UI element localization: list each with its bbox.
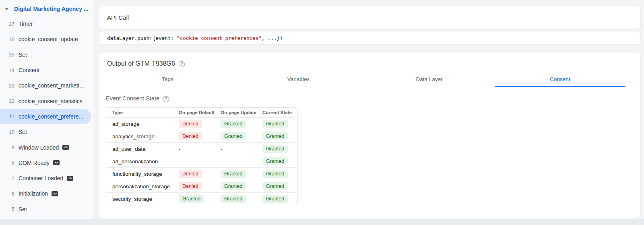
sidebar-event-item[interactable]: 6Initialization<> — [0, 186, 93, 201]
output-tabs: TagsVariablesData LayerConsent — [102, 73, 625, 87]
sidebar-event-item[interactable]: 17Timer — [0, 16, 93, 31]
column-header: Type — [106, 108, 175, 118]
status-badge: Granted — [262, 120, 288, 128]
consent-status-cell: Granted — [259, 193, 297, 205]
column-header: On-page Update — [217, 108, 259, 118]
event-number: 7 — [0, 175, 14, 181]
tab-variables[interactable]: Variables — [233, 73, 364, 87]
sidebar-event-item[interactable]: 8DOM Ready<> — [0, 155, 93, 171]
sidebar-event-item[interactable]: 16cookie_consent_update — [0, 31, 93, 47]
code-tag-icon: <> — [52, 191, 58, 196]
event-label: Container Loaded — [19, 175, 63, 181]
consent-type-cell: analytics_storage — [106, 130, 175, 143]
consent-status-cell: Denied — [175, 118, 217, 130]
container-selector[interactable]: Digital Marketing Agency ... — [0, 0, 93, 12]
code-string-literal: "cookie_consent_preferences" — [177, 35, 262, 41]
event-label: Set — [19, 129, 27, 135]
output-title: Output of GTM-T938G6 — [107, 60, 175, 67]
event-label: Consent — [19, 67, 39, 73]
event-number: 12 — [0, 98, 14, 104]
event-label: DOM Ready — [19, 160, 50, 166]
sidebar-event-item[interactable]: 9Window Loaded<> — [0, 140, 93, 155]
status-badge: Denied — [179, 132, 202, 140]
tab-consent[interactable]: Consent — [495, 73, 625, 87]
event-label: cookie_consent_update — [19, 36, 78, 42]
consent-table-body: ad_storageDeniedGrantedGrantedanalytics_… — [106, 118, 297, 205]
event-number: 14 — [0, 67, 14, 73]
tab-tags[interactable]: Tags — [102, 73, 233, 87]
event-number: 6 — [0, 191, 14, 197]
event-number: 17 — [0, 21, 14, 27]
consent-status-cell: Denied — [175, 130, 217, 143]
event-number: 10 — [0, 129, 14, 135]
output-card: Output of GTM-T938G6 ? TagsVariablesData… — [99, 52, 641, 218]
sidebar-event-item[interactable]: 7Container Loaded<> — [0, 171, 93, 186]
consent-status-cell: Granted — [259, 180, 297, 193]
event-number: 13 — [0, 83, 14, 89]
event-label: Set — [19, 206, 27, 212]
status-badge: Granted — [221, 170, 246, 178]
consent-state-table: TypeOn-page DefaultOn-page UpdateCurrent… — [106, 107, 298, 205]
event-number: 9 — [0, 144, 14, 150]
column-header: On-page Default — [175, 108, 217, 118]
status-badge: Granted — [262, 157, 288, 165]
event-number: 16 — [0, 36, 14, 42]
bottom-edge-strip — [0, 219, 644, 225]
status-badge: Denied — [179, 170, 202, 178]
table-row: analytics_storageDeniedGrantedGranted — [106, 130, 297, 143]
consent-status-cell: Granted — [259, 168, 297, 180]
event-number: 8 — [0, 160, 14, 166]
output-tab-bar: TagsVariablesData LayerConsent — [99, 73, 640, 87]
sidebar-event-item[interactable]: 14Consent — [0, 62, 93, 78]
triangle-down-icon — [5, 8, 9, 10]
consent-status-cell: Denied — [175, 168, 217, 180]
table-row: functionality_storageDeniedGrantedGrante… — [106, 168, 297, 180]
event-number: 11 — [0, 113, 14, 119]
event-label: cookie_consent_statistics — [19, 98, 83, 104]
consent-type-cell: ad_personalization — [106, 155, 175, 168]
event-number: 5 — [0, 206, 14, 212]
help-circle-icon[interactable]: ? — [179, 61, 185, 67]
event-list: 17Timer16cookie_consent_update15Set14Con… — [0, 16, 93, 217]
event-label: cookie_consent_prefere... — [19, 113, 83, 120]
consent-type-cell: personalization_storage — [106, 180, 175, 193]
consent-status-cell: Denied — [175, 180, 217, 193]
event-label: Set — [19, 52, 27, 58]
status-badge: Granted — [221, 195, 246, 203]
status-badge: Granted — [179, 195, 204, 203]
event-label: Timer — [19, 21, 33, 27]
consent-status-cell: Granted — [217, 193, 259, 205]
table-row: ad_personalization--Granted — [106, 155, 297, 168]
column-header: Current State — [259, 108, 297, 118]
status-badge: Granted — [262, 132, 288, 140]
consent-status-cell: Granted — [217, 180, 259, 193]
tab-data-layer[interactable]: Data Layer — [364, 73, 495, 87]
container-name: Digital Marketing Agency ... — [14, 6, 89, 12]
sidebar-event-item[interactable]: 5Set — [0, 202, 93, 217]
event-sidebar: Digital Marketing Agency ... 17Timer16co… — [0, 0, 93, 225]
empty-value-cell: - — [175, 143, 217, 155]
consent-status-cell: Granted — [175, 193, 217, 205]
consent-status-cell: Granted — [259, 130, 297, 143]
consent-type-cell: ad_user_data — [106, 143, 175, 155]
event-number: 15 — [0, 52, 14, 58]
table-row: ad_user_data--Granted — [106, 143, 297, 155]
consent-type-cell: ad_storage — [106, 118, 175, 130]
consent-status-cell: Granted — [217, 118, 259, 130]
table-row: security_storageGrantedGrantedGranted — [106, 193, 297, 205]
status-badge: Denied — [179, 120, 202, 128]
api-call-card: API Call — [99, 6, 641, 29]
help-circle-icon[interactable]: ? — [163, 96, 169, 102]
datalayer-push-code: dataLayer.push({event: "cookie_consent_p… — [107, 35, 283, 41]
consent-status-cell: Granted — [259, 143, 297, 155]
event-label: cookie_consent_marketi... — [19, 82, 84, 89]
empty-value-cell: - — [217, 155, 259, 168]
sidebar-event-item[interactable]: 12cookie_consent_statistics — [0, 93, 93, 108]
status-badge: Granted — [262, 145, 288, 153]
sidebar-event-item[interactable]: 10Set — [0, 124, 93, 140]
sidebar-event-item[interactable]: 11cookie_consent_prefere... — [0, 109, 91, 124]
empty-value-cell: - — [217, 143, 259, 155]
event-consent-state-title: Event Consent State — [106, 95, 159, 102]
sidebar-event-item[interactable]: 13cookie_consent_marketi... — [0, 78, 93, 93]
sidebar-event-item[interactable]: 15Set — [0, 47, 93, 62]
